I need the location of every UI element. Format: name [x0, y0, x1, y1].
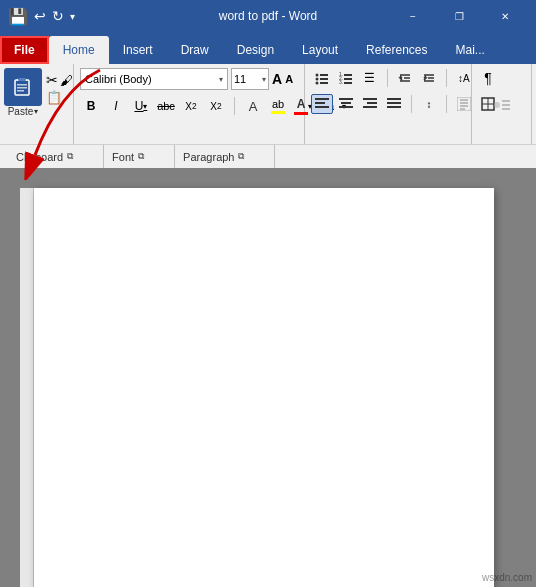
clipboard-small-btns: ✂ 🖌 📋 — [46, 68, 73, 105]
font-group: Calibri (Body) ▾ 11 ▾ A A B I U — [74, 64, 305, 144]
tab-bar: File Home Insert Draw Design Layout Refe… — [0, 32, 536, 64]
highlight-btn[interactable]: ab — [267, 96, 289, 116]
tab-insert[interactable]: Insert — [109, 36, 167, 64]
restore-btn[interactable]: ❐ — [436, 0, 482, 32]
font-family-dropdown[interactable]: Calibri (Body) ▾ — [80, 68, 228, 90]
align-left-btn[interactable] — [311, 94, 333, 114]
subscript-btn[interactable]: X2 — [180, 96, 202, 116]
para-divider3 — [411, 95, 412, 113]
svg-rect-27 — [367, 102, 377, 104]
svg-rect-32 — [387, 106, 401, 108]
font-row1: Calibri (Body) ▾ 11 ▾ A A — [80, 68, 293, 90]
left-ruler — [20, 188, 34, 587]
clipboard-label-item: Clipboard ⧉ — [8, 145, 104, 168]
svg-point-10 — [315, 82, 318, 85]
clipboard-group-label: Clipboard — [16, 151, 63, 163]
svg-rect-19 — [315, 102, 325, 104]
decrease-indent-btn[interactable] — [394, 68, 416, 88]
justify-btn[interactable] — [383, 94, 405, 114]
bold-btn[interactable]: B — [80, 96, 102, 116]
svg-rect-31 — [387, 102, 401, 104]
increase-indent-btn[interactable] — [418, 68, 440, 88]
paragraph-group: 1.2.3. ☰ ↕A ¶ — [305, 64, 472, 144]
cut-btn[interactable]: ✂ — [46, 72, 58, 88]
svg-rect-2 — [18, 78, 26, 81]
clipboard-group: Paste ▾ ✂ 🖌 📋 — [4, 64, 74, 144]
font-size-dropdown[interactable]: 11 ▾ — [231, 68, 269, 90]
tab-home[interactable]: Home — [49, 36, 109, 64]
svg-rect-4 — [17, 87, 27, 89]
tab-design[interactable]: Design — [223, 36, 288, 64]
paragraph-expand-icon[interactable]: ⧉ — [238, 151, 244, 162]
tab-draw[interactable]: Draw — [167, 36, 223, 64]
copy-btn[interactable]: 📋 — [46, 90, 62, 105]
watermark: wsxdn.com — [482, 572, 532, 583]
svg-rect-22 — [339, 98, 353, 100]
align-right-btn[interactable] — [359, 94, 381, 114]
minimize-btn[interactable]: − — [390, 0, 436, 32]
para-divider1 — [387, 69, 388, 87]
svg-rect-30 — [387, 98, 401, 100]
ribbon: Paste ▾ ✂ 🖌 📋 — [0, 64, 536, 144]
svg-point-8 — [315, 78, 318, 81]
styles-group — [472, 64, 532, 144]
document-page[interactable] — [34, 188, 494, 587]
svg-rect-9 — [320, 78, 328, 80]
paragraph-content: 1.2.3. ☰ ↕A ¶ — [311, 68, 465, 142]
tab-file[interactable]: File — [0, 36, 49, 64]
svg-text:3.: 3. — [339, 79, 343, 85]
clipboard-expand-icon[interactable]: ⧉ — [67, 151, 73, 162]
italic-btn[interactable]: I — [105, 96, 127, 116]
bullets-btn[interactable] — [311, 68, 333, 88]
svg-rect-20 — [315, 106, 329, 108]
close-btn[interactable]: ✕ — [482, 0, 528, 32]
font-size-chevron: ▾ — [262, 75, 266, 84]
svg-rect-5 — [17, 90, 24, 92]
tab-layout[interactable]: Layout — [288, 36, 352, 64]
font-group-content: Calibri (Body) ▾ 11 ▾ A A B I U — [80, 68, 298, 142]
svg-rect-24 — [339, 106, 353, 108]
customize-btn[interactable]: ▾ — [70, 11, 75, 22]
window-title: word to pdf - Word — [219, 9, 317, 23]
undo-btn[interactable]: ↩ — [34, 8, 46, 24]
window-controls: − ❐ ✕ — [390, 0, 528, 32]
title-bar-left: 💾 ↩ ↻ ▾ — [8, 7, 75, 26]
svg-rect-17 — [344, 82, 352, 84]
underline-btn[interactable]: U ▾ — [130, 96, 152, 116]
tab-references[interactable]: References — [352, 36, 441, 64]
svg-rect-3 — [17, 84, 27, 86]
paste-btn[interactable]: Paste ▾ — [4, 68, 42, 117]
format-painter-btn[interactable]: 🖌 — [60, 73, 73, 88]
title-bar: 💾 ↩ ↻ ▾ word to pdf - Word − ❐ ✕ — [0, 0, 536, 32]
paragraph-group-label: Paragraph — [183, 151, 234, 163]
font-grow-btn[interactable]: A — [272, 71, 282, 87]
text-effect-btn[interactable]: A — [242, 96, 264, 116]
para-row2: ↕ — [311, 94, 499, 114]
multilevel-list-btn[interactable]: ☰ — [359, 68, 381, 88]
redo-btn[interactable]: ↻ — [52, 8, 64, 24]
font-family-chevron: ▾ — [219, 75, 223, 84]
svg-rect-23 — [341, 102, 351, 104]
paragraph-label-item: Paragraph ⧉ — [175, 145, 275, 168]
font-label-item: Font ⧉ — [104, 145, 175, 168]
word-icon: 💾 — [8, 7, 28, 26]
svg-rect-7 — [320, 74, 328, 76]
para-row1: 1.2.3. ☰ ↕A ¶ — [311, 68, 499, 88]
superscript-btn[interactable]: X2 — [205, 96, 227, 116]
font-shrink-btn[interactable]: A — [285, 73, 293, 85]
align-center-btn[interactable] — [335, 94, 357, 114]
font-divider — [234, 97, 235, 115]
line-spacing-btn[interactable]: ↕ — [418, 94, 440, 114]
strikethrough-btn[interactable]: abc — [155, 96, 177, 116]
svg-rect-26 — [363, 98, 377, 100]
paste-icon — [4, 68, 42, 106]
para-divider2 — [446, 69, 447, 87]
font-expand-icon[interactable]: ⧉ — [138, 151, 144, 162]
paste-label: Paste ▾ — [8, 106, 39, 117]
tab-mailings[interactable]: Mai... — [441, 36, 498, 64]
svg-rect-11 — [320, 82, 328, 84]
numbering-btn[interactable]: 1.2.3. — [335, 68, 357, 88]
para-divider4 — [446, 95, 447, 113]
document-area — [0, 168, 536, 587]
svg-point-38 — [494, 102, 500, 108]
